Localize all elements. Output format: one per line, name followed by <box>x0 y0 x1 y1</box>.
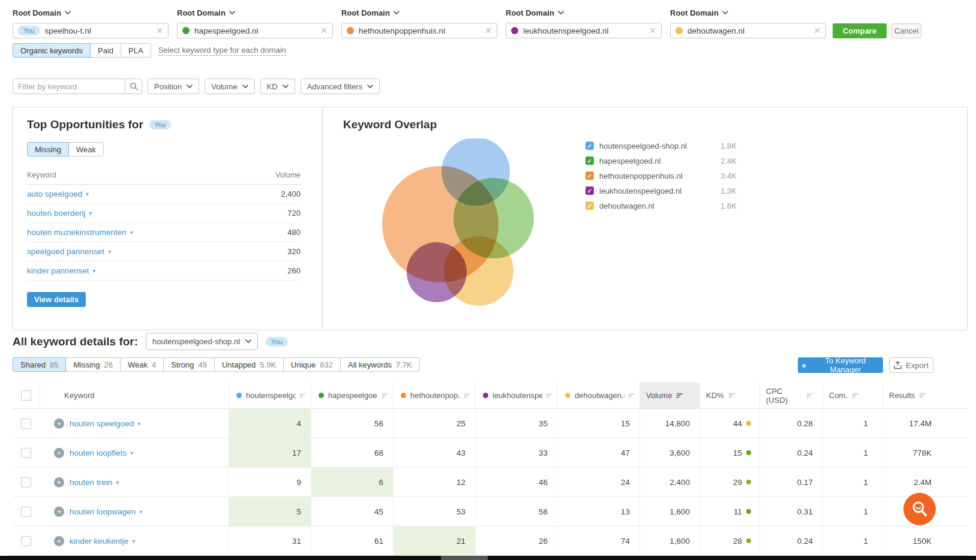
root-domain-dropdown[interactable]: Root Domain <box>177 8 333 17</box>
table-header-domain[interactable]: hapespeelgoe... <box>311 383 393 408</box>
search-button[interactable] <box>125 79 142 94</box>
table-header-results[interactable]: Results <box>882 383 968 408</box>
row-checkbox[interactable] <box>21 419 31 429</box>
legend-checkbox[interactable]: ✓ <box>585 156 594 165</box>
legend-checkbox[interactable]: ✓ <box>585 141 594 150</box>
legend-checkbox[interactable]: ✓ <box>585 186 594 195</box>
add-keyword-icon[interactable]: + <box>54 448 64 458</box>
add-keyword-icon[interactable]: + <box>54 507 64 517</box>
keyword-link[interactable]: houten loopfiets▾ <box>70 448 133 457</box>
sort-icon[interactable] <box>807 393 813 399</box>
keyword-link[interactable]: houten loopwagen▾ <box>70 507 142 516</box>
table-header-domain[interactable]: hethoutenpop... <box>393 383 475 408</box>
to-keyword-manager-button[interactable]: + To Keyword Manager <box>798 357 883 373</box>
details-domain-select[interactable]: houtenspeelgoed-shop.nl <box>146 333 258 350</box>
table-header-com-[interactable]: Com. <box>822 383 882 408</box>
search-input[interactable] <box>13 79 125 94</box>
table-header-kd-[interactable]: KD% <box>699 383 759 408</box>
keyword-link[interactable]: kinder keukentje▾ <box>70 537 135 546</box>
tab-missing[interactable]: Missing <box>27 142 69 156</box>
row-checkbox[interactable] <box>21 477 31 487</box>
domain-input[interactable]: hethoutenpoppenhuis.nl ✕ <box>341 23 497 38</box>
keyword-link[interactable]: houten trein▾ <box>70 478 119 487</box>
opportunity-keyword-link[interactable]: speelgoed pannenset▾ <box>27 247 111 256</box>
tab-untapped[interactable]: Untapped 5.9K <box>214 357 284 372</box>
opportunity-keyword-link[interactable]: houten muziekinstrumenten▾ <box>27 228 133 237</box>
cancel-button[interactable]: Cancel <box>891 23 921 38</box>
table-header-domain[interactable]: houtenspeelgo... <box>229 383 311 408</box>
sort-icon[interactable] <box>382 393 388 399</box>
sort-icon[interactable] <box>629 393 635 399</box>
legend-checkbox[interactable]: ✓ <box>585 171 594 180</box>
root-domain-dropdown[interactable]: Root Domain <box>670 8 826 17</box>
tab-pla[interactable]: PLA <box>121 43 151 58</box>
legend-item: ✓ hapespeelgoed.nl 2.4K <box>585 156 737 165</box>
root-domain-dropdown[interactable]: Root Domain <box>341 8 497 17</box>
domain-input[interactable]: hapespeelgoed.nl ✕ <box>177 23 333 38</box>
select-keyword-type-link[interactable]: Select keyword type for each domain <box>158 46 286 56</box>
row-checkbox[interactable] <box>21 536 31 546</box>
cpc-cell: 0.28 <box>759 409 822 438</box>
tab-shared[interactable]: Shared 85 <box>13 357 66 372</box>
domain-input[interactable]: You speelhou-t.nl ✕ <box>13 23 169 38</box>
sort-icon[interactable] <box>546 393 552 399</box>
table-header-volume[interactable]: Volume <box>639 383 699 408</box>
advanced-filters-filter-dropdown[interactable]: Advanced filters <box>301 79 380 94</box>
root-domain-dropdown[interactable]: Root Domain <box>506 8 662 17</box>
kd-difficulty-dot <box>746 538 751 543</box>
chevron-down-icon <box>242 85 248 89</box>
volume-column-header: Volume <box>275 171 301 179</box>
domain-input[interactable]: leukhoutenspeelgoed.nl ✕ <box>506 23 662 38</box>
tab-missing[interactable]: Missing 26 <box>65 357 121 372</box>
compare-button[interactable]: Compare <box>833 23 887 38</box>
sort-icon[interactable] <box>677 393 683 399</box>
add-keyword-icon[interactable]: + <box>54 477 64 487</box>
tab-weak[interactable]: Weak 4 <box>120 357 164 372</box>
tab-organic-keywords[interactable]: Organic keywords <box>13 43 91 58</box>
add-keyword-icon[interactable]: + <box>54 536 64 546</box>
kd-filter-dropdown[interactable]: KD <box>260 79 295 94</box>
tab-paid[interactable]: Paid <box>90 43 121 58</box>
view-details-button[interactable]: View details <box>27 292 86 307</box>
export-button[interactable]: Export <box>889 357 933 373</box>
position-filter-dropdown[interactable]: Position <box>148 79 199 94</box>
clear-domain-icon[interactable]: ✕ <box>320 26 328 35</box>
tab-all-keywords[interactable]: All keywords 7.7K <box>340 357 420 372</box>
clear-domain-icon[interactable]: ✕ <box>649 26 656 35</box>
opportunity-keyword-link[interactable]: kinder pannenset▾ <box>27 266 96 275</box>
opportunity-keyword-link[interactable]: auto speelgoed▾ <box>27 189 89 198</box>
add-keyword-icon[interactable]: + <box>54 419 64 429</box>
tab-strong[interactable]: Strong 49 <box>163 357 215 372</box>
sort-icon[interactable] <box>464 393 470 399</box>
feedback-fab-button[interactable] <box>903 493 936 525</box>
volume-filter-dropdown[interactable]: Volume <box>205 79 254 94</box>
row-checkbox[interactable] <box>21 448 31 458</box>
table-header-cpc-usd-[interactable]: CPC (USD) <box>759 383 822 408</box>
select-all-checkbox[interactable] <box>21 390 31 401</box>
opportunity-keyword-link[interactable]: houten boerderij▾ <box>27 209 92 218</box>
root-domain-dropdown[interactable]: Root Domain <box>13 8 169 17</box>
table-header-domain[interactable]: leukhoutenspe... <box>475 383 557 408</box>
sort-icon[interactable] <box>300 393 306 399</box>
clear-domain-icon[interactable]: ✕ <box>813 26 821 35</box>
tab-unique[interactable]: Unique 832 <box>283 357 341 372</box>
table-header-keyword[interactable]: Keyword <box>40 383 229 408</box>
clear-domain-icon[interactable]: ✕ <box>156 26 163 35</box>
sort-icon[interactable] <box>920 393 926 399</box>
sort-icon[interactable] <box>852 393 859 399</box>
table-row: + kinder keukentje▾ 31 61 21 26 74 1,600… <box>13 526 968 556</box>
table-header-domain[interactable]: dehoutwagen.nl <box>557 383 639 408</box>
keyword-link[interactable]: houten speelgoed▾ <box>70 419 140 428</box>
legend-count: 2.4K <box>720 156 737 165</box>
legend-checkbox[interactable]: ✓ <box>585 201 594 210</box>
sort-icon[interactable] <box>729 393 735 399</box>
cpc-cell: 0.31 <box>759 497 822 526</box>
tab-weak[interactable]: Weak <box>68 142 104 156</box>
bottom-scrollbar[interactable] <box>0 556 976 560</box>
domain-input[interactable]: dehoutwagen.nl ✕ <box>670 23 826 38</box>
legend-count: 1.3K <box>720 186 737 195</box>
scrollbar-thumb[interactable] <box>441 556 488 560</box>
results-cell: 2.4M <box>882 468 968 496</box>
row-checkbox[interactable] <box>21 507 31 517</box>
clear-domain-icon[interactable]: ✕ <box>485 26 492 35</box>
